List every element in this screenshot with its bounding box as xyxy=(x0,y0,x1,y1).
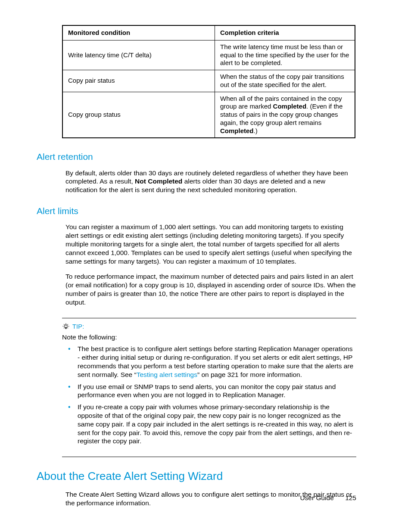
cell-condition: Write latency time (C/T delta) xyxy=(62,40,215,70)
paragraph: By default, alerts older than 30 days ar… xyxy=(37,169,356,194)
list-item: The best practice is to configure alert … xyxy=(74,345,356,379)
col-completion-criteria: Completion criteria xyxy=(215,25,355,40)
table-header-row: Monitored condition Completion criteria xyxy=(62,25,355,40)
heading-alert-retention: Alert retention xyxy=(37,151,356,162)
lightbulb-icon xyxy=(62,323,70,330)
paragraph: You can register a maximum of 1,000 aler… xyxy=(37,223,356,265)
text-bold: Completed xyxy=(273,103,307,110)
table-row: Copy pair status When the status of the … xyxy=(62,70,355,92)
heading-wizard: About the Create Alert Setting Wizard xyxy=(37,469,356,483)
link-testing-alert-settings[interactable]: Testing alert settings xyxy=(137,371,197,378)
text-bold: Not Completed xyxy=(135,177,182,185)
paragraph: To reduce performance impact, the maximu… xyxy=(37,272,356,306)
tip-box: TIP: Note the following: The best practi… xyxy=(62,318,356,457)
heading-alert-limits: Alert limits xyxy=(37,205,356,217)
text: ” on page 321 for more information. xyxy=(197,371,302,378)
footer-doc-title: User Guide xyxy=(300,494,333,501)
cell-criteria: When the status of the copy pair transit… xyxy=(215,70,355,92)
section-alert-retention: Alert retention By default, alerts older… xyxy=(37,151,356,194)
tip-note: Note the following: xyxy=(62,333,356,341)
page-footer: User Guide 125 xyxy=(300,494,356,502)
cell-criteria: The write latency time must be less than… xyxy=(215,40,355,70)
conditions-table: Monitored condition Completion criteria … xyxy=(62,25,355,138)
tip-list: The best practice is to configure alert … xyxy=(62,345,356,445)
footer-page-number: 125 xyxy=(345,494,356,501)
table-row: Write latency time (C/T delta) The write… xyxy=(62,40,355,70)
tip-label: TIP: xyxy=(72,323,84,330)
cell-condition: Copy group status xyxy=(62,92,215,138)
text-bold: Completed xyxy=(220,127,254,134)
list-item: If you re-create a copy pair with volume… xyxy=(74,403,356,445)
page: Monitored condition Completion criteria … xyxy=(0,0,411,532)
col-monitored-condition: Monitored condition xyxy=(62,25,215,40)
table-row: Copy group status When all of the pairs … xyxy=(62,92,355,138)
text: .) xyxy=(254,127,258,134)
svg-point-0 xyxy=(65,325,67,327)
tip-header: TIP: xyxy=(62,323,356,330)
cell-criteria: When all of the pairs contained in the c… xyxy=(215,92,355,138)
section-alert-limits: Alert limits You can register a maximum … xyxy=(37,205,356,307)
list-item: If you use email or SNMP traps to send a… xyxy=(74,383,356,400)
cell-condition: Copy pair status xyxy=(62,70,215,92)
